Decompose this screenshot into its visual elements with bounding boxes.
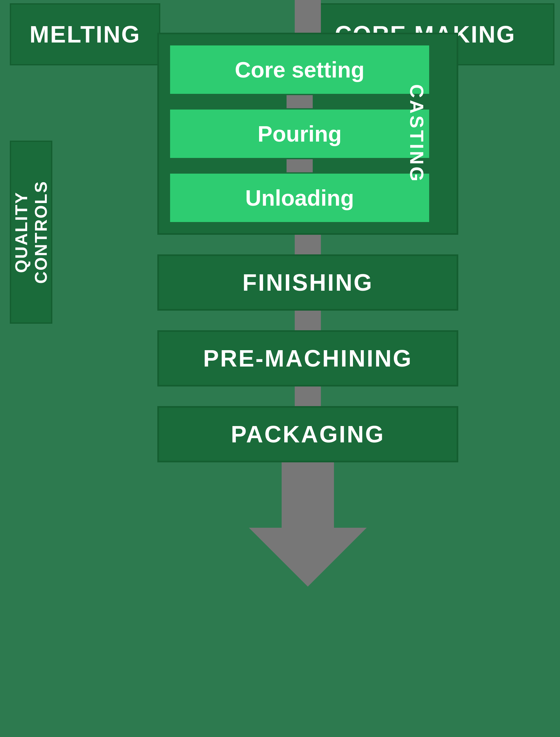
- unloading-box: Unloading: [169, 172, 430, 223]
- arrow-head: [249, 528, 367, 587]
- pre-machining-label: PRE-MACHINING: [197, 332, 419, 385]
- quality-controls-box: QUALITYCONTROLS: [10, 141, 52, 324]
- unloading-label: Unloading: [239, 174, 360, 222]
- connector-2: [287, 159, 313, 172]
- connector-finishing-premachining: [295, 311, 321, 330]
- finishing-box: FINISHING: [157, 255, 458, 311]
- pouring-box: Pouring: [169, 108, 430, 159]
- pouring-label: Pouring: [251, 110, 348, 158]
- top-connector: [295, 0, 321, 33]
- core-setting-label: Core setting: [228, 45, 371, 94]
- connector-premachining-packaging: [295, 386, 321, 406]
- casting-label: CASTING: [406, 84, 428, 184]
- bottom-arrow-container: [157, 462, 458, 587]
- connector-casting-finishing: [295, 235, 321, 255]
- core-setting-box: Core setting: [169, 44, 430, 95]
- pre-machining-box: PRE-MACHINING: [157, 330, 458, 386]
- packaging-box: PACKAGING: [157, 406, 458, 462]
- arrow-shaft: [282, 462, 334, 528]
- quality-controls-label: QUALITYCONTROLS: [11, 181, 51, 284]
- casting-outer-box: CASTING Core setting Pouring Unloading: [157, 33, 458, 235]
- packaging-label: PACKAGING: [224, 408, 392, 461]
- finishing-label: FINISHING: [236, 256, 380, 309]
- flow-diagram: CASTING Core setting Pouring Unloading F…: [56, 0, 560, 587]
- connector-1: [287, 95, 313, 108]
